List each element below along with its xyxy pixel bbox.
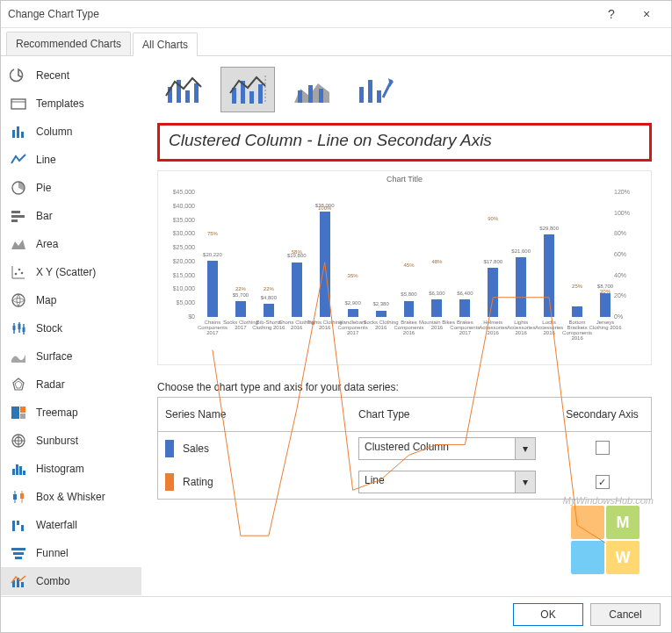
category-scatter[interactable]: X Y (Scatter) xyxy=(1,258,141,286)
category-label: X Y (Scatter) xyxy=(36,266,96,278)
svg-rect-19 xyxy=(18,324,21,329)
stock-icon xyxy=(10,320,27,337)
tab-all-charts[interactable]: All Charts xyxy=(133,32,198,56)
category-histogram[interactable]: Histogram xyxy=(1,455,141,483)
dialog-body: Recent Templates Column Line Pie Bar Are… xyxy=(1,56,671,598)
svg-point-13 xyxy=(18,269,21,271)
y1-axis-tick: $15,000 xyxy=(160,272,195,278)
svg-rect-39 xyxy=(12,521,15,531)
y2-axis-tick: 100% xyxy=(614,210,649,216)
category-bar[interactable]: Bar xyxy=(1,202,141,230)
svg-marker-23 xyxy=(15,381,22,388)
svg-rect-59 xyxy=(308,85,313,103)
category-waterfall[interactable]: Waterfall xyxy=(1,511,141,539)
chart-preview-title: Chart Title xyxy=(158,175,651,183)
svg-rect-34 xyxy=(23,471,25,475)
subtype-clustered-column-line-secondary[interactable] xyxy=(220,67,275,112)
category-pie[interactable]: Pie xyxy=(1,174,141,202)
category-label: Combo xyxy=(36,575,70,587)
svg-rect-61 xyxy=(359,87,364,103)
scatter-icon xyxy=(10,263,27,281)
histogram-icon xyxy=(10,460,27,478)
category-label: Treemap xyxy=(36,406,78,419)
dialog-tabs: Recommended Charts All Charts xyxy=(1,28,671,56)
svg-rect-44 xyxy=(15,557,22,559)
y2-axis-tick: 40% xyxy=(614,272,649,278)
category-stock[interactable]: Stock xyxy=(1,314,141,342)
category-label: Funnel xyxy=(36,547,69,559)
subtype-heading-frame: Clustered Column - Line on Secondary Axi… xyxy=(157,123,652,162)
category-label: Map xyxy=(36,294,56,306)
category-sunburst[interactable]: Sunburst xyxy=(1,427,141,455)
area-icon xyxy=(10,235,27,253)
line-icon xyxy=(10,151,27,169)
chart-preview[interactable]: Chart Title $20,220Chains Components 201… xyxy=(157,170,652,365)
subtype-clustered-column-line[interactable] xyxy=(157,67,210,111)
category-radar[interactable]: Radar xyxy=(1,370,141,399)
subtype-stacked-area-column[interactable] xyxy=(285,67,338,111)
help-button[interactable]: ? xyxy=(594,1,629,27)
svg-rect-51 xyxy=(194,83,199,103)
category-label: Box & Whisker xyxy=(36,491,105,503)
y2-axis-tick: 120% xyxy=(614,189,649,195)
combo-subtype-row xyxy=(157,61,661,121)
y1-axis-tick: $35,000 xyxy=(160,217,195,223)
svg-point-15 xyxy=(12,294,25,306)
svg-marker-9 xyxy=(11,240,25,249)
category-label: Area xyxy=(36,238,58,250)
category-box-whisker[interactable]: Box & Whisker xyxy=(1,483,141,511)
svg-rect-41 xyxy=(21,525,24,531)
category-templates[interactable]: Templates xyxy=(1,90,141,118)
category-recent[interactable]: Recent xyxy=(1,61,141,90)
category-line[interactable]: Line xyxy=(1,146,141,174)
svg-rect-6 xyxy=(11,211,20,213)
svg-point-14 xyxy=(21,272,24,275)
change-chart-type-dialog: { "titlebar": { "title": "Change Chart T… xyxy=(0,0,672,633)
category-funnel[interactable]: Funnel xyxy=(1,539,141,567)
bar-icon xyxy=(10,207,27,225)
svg-rect-26 xyxy=(20,414,25,419)
svg-rect-36 xyxy=(13,494,17,500)
ok-button[interactable]: OK xyxy=(513,603,583,626)
box-whisker-icon xyxy=(10,488,27,506)
cancel-button[interactable]: Cancel xyxy=(590,603,661,626)
y1-axis-tick: $0 xyxy=(160,313,195,320)
category-label: Recent xyxy=(36,69,69,82)
svg-rect-62 xyxy=(368,80,372,103)
dialog-footer: OK Cancel xyxy=(1,596,671,632)
svg-rect-47 xyxy=(21,582,24,587)
svg-point-12 xyxy=(15,273,18,276)
y1-axis-tick: $40,000 xyxy=(160,203,195,209)
svg-rect-0 xyxy=(11,99,25,109)
category-column[interactable]: Column xyxy=(1,118,141,146)
svg-rect-31 xyxy=(12,469,15,475)
svg-rect-58 xyxy=(298,90,302,103)
category-surface[interactable]: Surface xyxy=(1,342,141,370)
surface-icon xyxy=(10,348,27,365)
chart-details-pane: Clustered Column - Line on Secondary Axi… xyxy=(141,56,671,598)
templates-icon xyxy=(10,95,27,112)
category-area[interactable]: Area xyxy=(1,230,141,258)
series-swatch xyxy=(165,440,174,457)
svg-rect-63 xyxy=(377,90,381,103)
category-treemap[interactable]: Treemap xyxy=(1,399,141,427)
category-label: Pie xyxy=(36,182,51,194)
y1-axis-tick: $30,000 xyxy=(160,230,195,236)
svg-rect-24 xyxy=(11,406,19,419)
radar-icon xyxy=(10,376,27,393)
pie-icon xyxy=(10,179,27,197)
tab-recommended-charts[interactable]: Recommended Charts xyxy=(6,32,131,55)
category-label: Radar xyxy=(36,378,65,391)
preview-line-series xyxy=(199,192,619,613)
close-button[interactable]: × xyxy=(629,1,664,27)
svg-rect-2 xyxy=(12,130,15,138)
titlebar: Change Chart Type ? × xyxy=(1,1,671,28)
subtype-heading: Clustered Column - Line on Secondary Axi… xyxy=(169,131,640,150)
map-icon xyxy=(10,291,27,309)
funnel-icon xyxy=(10,544,27,562)
category-label: Line xyxy=(36,154,56,166)
svg-rect-32 xyxy=(16,464,18,475)
category-map[interactable]: Map xyxy=(1,286,141,314)
subtype-custom-combo[interactable] xyxy=(349,67,401,111)
category-combo[interactable]: Combo xyxy=(1,567,141,595)
